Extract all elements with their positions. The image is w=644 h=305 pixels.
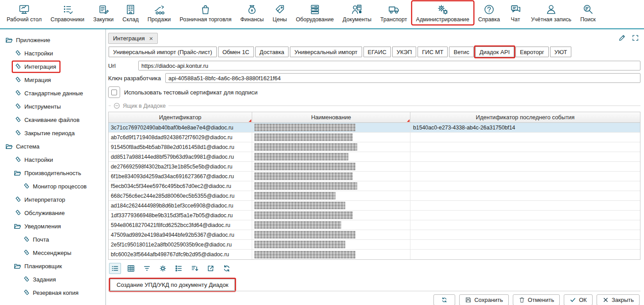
sidebar-item-mail[interactable]: Почта [0,233,105,246]
close-x-icon [602,297,609,303]
table-row[interactable]: 6f1be834093d4259ad34ac6916273667@diadoc.… [109,172,640,181]
grid-tool-open-external[interactable] [205,263,217,274]
table-row[interactable]: dd8517a988144ed8bf579b63d9ac9981@diadoc.… [109,152,640,162]
subtab-ukep[interactable]: УКЭП [392,47,417,57]
toolbar-item-label: Справочники [51,16,84,23]
toolbar-item-transport[interactable]: Транспорт [376,1,411,24]
subtab-uyut[interactable]: УЮТ [550,47,572,57]
table-row[interactable]: de276692598f4302ba2f13e1b85c5e5b@diadoc.… [109,162,640,172]
subtab-gis-mt[interactable]: ГИС МТ [418,47,448,57]
grid-tool-sort-list[interactable] [189,263,201,274]
test-certificate-label: Использовать тестовый сертификат для под… [124,89,258,96]
grid-tool-refresh[interactable] [221,263,233,274]
expand-icon[interactable] [632,34,639,42]
app-window: Рабочий столСправочникиЗакупкиСкладПрода… [0,0,644,305]
toolbar-item-help[interactable]: Справка [474,1,504,24]
sidebar-item-period-closing[interactable]: Закрытие периода [0,126,105,140]
sidebar-item-interpreter[interactable]: Интерпретатор [0,193,105,206]
transport-icon [387,3,400,16]
test-certificate-checkbox[interactable] [108,86,120,98]
toolbar-item-desktop[interactable]: Рабочий стол [3,1,46,24]
sidebar-item-standard-data[interactable]: Стандартные данные [0,86,105,100]
mailbox-id-cell: ab7c6d9f1719408dad92438672f76029@diadoc.… [109,133,252,142]
url-input[interactable] [138,61,640,70]
tab-close-icon[interactable]: × [149,36,153,41]
create-upd-ukd-button[interactable]: Создание УПД/УКД по документу Диадок [110,279,235,291]
sidebar-item-tools[interactable]: Инструменты [0,100,105,113]
footer-bar: Сохранить Отменить ОК Закрыть [108,291,640,305]
subtab-egais[interactable]: ЕГАИС [363,47,391,57]
save-button[interactable]: Сохранить [459,294,509,305]
subtab-vetis[interactable]: Ветис [449,47,473,57]
toolbar-item-documents[interactable]: Документы [339,1,375,24]
close-button[interactable]: Закрыть [597,294,640,305]
table-row[interactable]: 1df33779366948be9b315d3f5a1e7b05@diadoc.… [109,211,640,220]
sidebar-item-file-download[interactable]: Скачивание файлов [0,113,105,126]
toolbar-item-finance[interactable]: Финансы [236,1,268,24]
subtab-diadoc-api[interactable]: Диадок API [475,47,514,57]
table-row[interactable]: 2e5f1c95018011e2a8fb00259035b9ce@diadoc.… [109,240,640,250]
redacted-name [254,124,355,131]
toolbar-item-chat[interactable]: Чат [505,1,526,24]
sidebar-item-performance[interactable]: Производительность [0,166,105,180]
toolbar-item-search[interactable]: Поиск [576,1,600,24]
toolbar-item-prices[interactable]: Цены [269,1,291,24]
grid-tool-table-view[interactable] [125,263,137,274]
toolbar-item-equipment[interactable]: Оборудование [292,1,338,24]
subtab-universal-import[interactable]: Универсальный импорт [290,47,362,57]
toolbar-item-account[interactable]: Учётная запись [527,1,575,24]
subtab-delivery[interactable]: Доставка [255,47,289,57]
table-row[interactable]: 668c756c6ec244e285d80060ec5b5355@diadoc.… [109,191,640,201]
toolbar-item-retail[interactable]: Розничная торговля [176,1,235,24]
sidebar-item-messengers[interactable]: Мессенджеры [0,246,105,259]
column-header-1[interactable]: Наименование [252,112,410,122]
groupbox-line-right [168,106,640,106]
sidebar-item-system-settings[interactable]: Настройки [0,153,105,166]
table-row[interactable]: ad184c2624444989b8d6b1ef3cce6908@diadoc.… [109,201,640,211]
sidebar-item-tasks[interactable]: Задания [0,273,105,286]
sidebar-item-system[interactable]: Система [0,140,105,153]
sidebar-item-settings[interactable]: Настройки [0,47,105,60]
mailbox-id-cell: 1df33779366948be9b315d3f5a1e7b05@diadoc.… [109,211,252,220]
grid-tool-settings[interactable] [157,263,169,274]
collapse-icon[interactable] [113,102,120,109]
column-header-2[interactable]: Идентификатор последнего события [410,112,640,122]
subtab-1c-exchange[interactable]: Обмен 1С [218,47,254,57]
grid-tool-list-view[interactable] [109,263,121,274]
tags-icon [14,156,21,164]
sidebar-item-maintenance[interactable]: Обслуживание [0,206,105,219]
sidebar-item-process-monitor[interactable]: Монитор процессов [0,180,105,193]
sidebar-item-backup[interactable]: Резервная копия [0,286,105,299]
sidebar-item-label: Мессенджеры [33,250,71,256]
sidebar-item-application[interactable]: Приложение [0,33,105,47]
developer-key-input[interactable] [165,73,640,83]
sidebar-item-notifications[interactable]: Уведомления [0,219,105,233]
tab-integration[interactable]: Интеграция × [108,33,158,44]
table-row[interactable]: bfc6002e3f5644afb498767dfc9b2d95@diadoc.… [109,250,640,259]
toolbar-item-warehouse[interactable]: Склад [118,1,142,24]
table-row[interactable]: ab7c6d9f1719408dad92438672f76029@diadoc.… [109,133,640,142]
column-header-0[interactable]: Идентификатор [109,112,252,122]
toolbar-item-label: Закупки [93,16,113,23]
toolbar-item-purchases[interactable]: Закупки [89,1,117,24]
table-row[interactable]: f5ecb034c5f34ee5976c495bc67d0ec2@diadoc.… [109,181,640,191]
ok-button[interactable]: ОК [564,294,593,305]
table-row[interactable]: 594e80618270421f8fcd6252bcc3fd64@diadoc.… [109,220,640,230]
sidebar-item-scheduler[interactable]: Планировщик [0,259,105,273]
refresh-button[interactable] [433,294,455,305]
edit-pencil-icon[interactable] [618,34,626,42]
cancel-button[interactable]: Отменить [513,294,560,305]
toolbar-item-directories[interactable]: Справочники [47,1,88,24]
subtab-universal-import-pricelist[interactable]: Универсальный импорт (Прайс-лист) [109,47,217,57]
toolbar-item-administration[interactable]: Администрирование [412,1,473,24]
table-row[interactable]: 915450f8ad5b4b5ab788e2d0161458d1@diadoc.… [109,142,640,152]
subtab-evrotorg[interactable]: Евроторг [515,47,549,57]
toolbar-item-label: Розничная торговля [180,16,231,23]
sidebar-item-integration[interactable]: Интеграция [0,60,105,73]
table-row[interactable]: 3c71cc769702490ab40baf0b4e8ae7e4@diadoc.… [109,123,640,133]
table-row[interactable]: 47509ad9892e4198a94944bfe92b5367@diadoc.… [109,230,640,240]
grid-tool-numbered-list[interactable] [173,263,185,274]
grid-tool-filter[interactable] [141,263,153,274]
sidebar-item-migration[interactable]: Миграция [0,73,105,86]
toolbar-item-sales[interactable]: Продажи [144,1,175,24]
